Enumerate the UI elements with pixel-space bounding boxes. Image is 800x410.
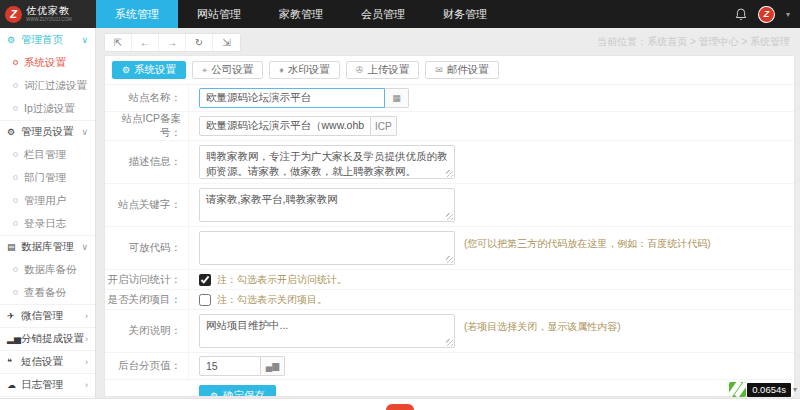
tab-toolbar: ⇱ ← → ↻ ⇲ <box>104 33 241 52</box>
nav-item-members[interactable]: 会员管理 <box>342 0 424 28</box>
brand-logo-icon: Z <box>5 6 22 23</box>
sidebar-item-system-settings[interactable]: 系统设置 <box>0 51 95 74</box>
close-description-note: (若项目选择关闭，显示该属性内容) <box>464 320 621 334</box>
gear-icon: ⚙ <box>7 127 21 137</box>
settings-tabs: ⚙ 系统设置 ⌖ 公司设置 ♦ 水印设置 ✇ 上传设置 ✉ 邮件设置 <box>105 56 794 84</box>
app-logo[interactable]: Z 佐优家教 WWW.ZUYOUJJ.COM <box>0 0 96 28</box>
row-close-description: 关闭说明： 网站项目维护中... (若项目选择关闭，显示该属性内容) <box>105 310 794 353</box>
icp-number-input[interactable] <box>199 116 371 136</box>
close-description-textarea[interactable]: 网站项目维护中... <box>199 314 455 348</box>
gear-icon: ⚙ <box>122 65 130 75</box>
nav-item-website[interactable]: 网站管理 <box>178 0 260 28</box>
tab-watermark-settings[interactable]: ♦ 水印设置 <box>269 61 340 79</box>
chevron-down-icon: ∨ <box>81 35 88 45</box>
close-project-checkbox[interactable] <box>199 294 211 306</box>
bullet-icon <box>13 106 18 111</box>
back-arrow-icon[interactable]: ← <box>132 34 159 51</box>
cloud-icon: ☁ <box>7 380 21 390</box>
main-area: 当前位置：系统首页 > 管理中心 > 系统管理 ⇱ ← → ↻ ⇲ ⚙ 系统设置… <box>97 28 800 410</box>
row-close-project-toggle: 是否关闭项目： 注：勾选表示关闭项目。 <box>105 290 794 310</box>
topbar: Z 佐优家教 WWW.ZUYOUJJ.COM 系统管理 网站管理 家教管理 会员… <box>0 0 800 28</box>
row-site-name: 站点名称： ▦ <box>105 85 794 112</box>
resize-diagonal-icon[interactable]: ⇱ <box>105 34 132 51</box>
sidebar-group-database[interactable]: ▤ 数据库管理 ∨ <box>0 235 95 258</box>
sidebar-group-commission[interactable]: ▂▅ 分销提成设置 › <box>0 327 95 350</box>
breadcrumb: 当前位置：系统首页 > 管理中心 > 系统管理 <box>597 35 790 49</box>
visit-stats-checkbox[interactable] <box>199 274 211 286</box>
tab-company-settings[interactable]: ⌖ 公司设置 <box>192 61 263 79</box>
settings-panel: ⚙ 系统设置 ⌖ 公司设置 ♦ 水印设置 ✇ 上传设置 ✉ 邮件设置 站点名 <box>104 55 795 397</box>
chevron-down-icon: ∨ <box>81 242 88 252</box>
bullet-icon <box>13 290 18 295</box>
chevron-right-icon: › <box>85 357 88 367</box>
nav-item-system[interactable]: 系统管理 <box>96 0 178 28</box>
leaf-icon <box>729 382 746 397</box>
save-button[interactable]: ⚙ 确定保存 <box>199 385 276 397</box>
icp-addon-label: ICP <box>371 116 397 136</box>
sidebar-group-admin-home[interactable]: ⚙ 管理首页 ∨ <box>0 28 95 51</box>
row-description: 描述信息： 聘教家教网，专注于为广大家长及学员提供优质的教师资源。请家教，做家教… <box>105 141 794 184</box>
sidebar-item-login-logs[interactable]: 登录日志 <box>0 212 95 235</box>
row-embed-code: 可放代码： (您可以把第三方的代码放在这里，例如：百度统计代码) <box>105 227 794 270</box>
chevron-down-icon: ∨ <box>81 127 88 137</box>
gear-icon: ⚙ <box>210 391 218 397</box>
app-subtitle: WWW.ZUYOUJJ.COM <box>26 17 72 22</box>
wechat-icon: ✈ <box>7 311 21 321</box>
page-size-input[interactable] <box>199 356 261 376</box>
speech-bubble-icon: ❝ <box>7 357 21 367</box>
row-keywords: 站点关键字： 请家教,家教平台,聘教家教网 <box>105 184 794 227</box>
sidebar: ⚙ 管理首页 ∨ 系统设置 词汇过滤设置 Ip过滤设置 ⚙ 管理员设置 ∨ 栏目… <box>0 28 96 410</box>
user-avatar[interactable]: Z <box>758 6 775 23</box>
embed-code-textarea[interactable] <box>199 231 455 265</box>
bullet-icon <box>13 83 18 88</box>
paperclip-icon: ✇ <box>356 65 364 75</box>
sidebar-item-db-backup[interactable]: 数据库备份 <box>0 258 95 281</box>
close-project-note: 注：勾选表示关闭项目。 <box>217 293 327 307</box>
bar-chart-icon: ▂▅ <box>7 334 21 344</box>
forward-arrow-icon[interactable]: → <box>159 34 186 51</box>
footer-logo-icon <box>386 404 414 410</box>
sidebar-group-sms[interactable]: ❝ 短信设置 › <box>0 350 95 373</box>
grid-icon[interactable]: ▦ <box>385 88 409 108</box>
droplet-icon: ♦ <box>279 65 284 75</box>
bullet-icon <box>13 267 18 272</box>
nav-item-finance[interactable]: 财务管理 <box>424 0 506 28</box>
sidebar-item-column-manage[interactable]: 栏目管理 <box>0 143 95 166</box>
bullet-icon <box>13 152 18 157</box>
expand-icon[interactable]: ⇲ <box>213 34 240 51</box>
top-nav: 系统管理 网站管理 家教管理 会员管理 财务管理 <box>96 0 506 28</box>
nav-item-tutoring[interactable]: 家教管理 <box>260 0 342 28</box>
sidebar-group-logs[interactable]: ☁ 日志管理 › <box>0 373 95 396</box>
trace-time: 0.0654s <box>747 383 791 397</box>
sidebar-group-admin-settings[interactable]: ⚙ 管理员设置 ∨ <box>0 120 95 143</box>
app-title: 佐优家教 <box>26 5 87 16</box>
trace-badge[interactable]: 0.0654s ▾ <box>729 382 797 397</box>
sidebar-group-wechat[interactable]: ✈ 微信管理 › <box>0 304 95 327</box>
bars-icon[interactable]: ▄▆ <box>261 356 285 376</box>
sidebar-item-ip-filter[interactable]: Ip过滤设置 <box>0 97 95 120</box>
tab-upload-settings[interactable]: ✇ 上传设置 <box>346 61 420 79</box>
site-name-input[interactable] <box>199 88 385 108</box>
bullet-icon <box>13 221 18 226</box>
location-pin-icon: ⌖ <box>202 65 207 76</box>
keywords-textarea[interactable]: 请家教,家教平台,聘教家教网 <box>199 188 455 222</box>
sidebar-item-department-manage[interactable]: 部门管理 <box>0 166 95 189</box>
refresh-icon[interactable]: ↻ <box>186 34 213 51</box>
description-textarea[interactable]: 聘教家教网，专注于为广大家长及学员提供优质的教师资源。请家教，做家教，就上聘教家… <box>199 145 455 179</box>
footer-strip <box>0 398 800 410</box>
sidebar-item-word-filter[interactable]: 词汇过滤设置 <box>0 74 95 97</box>
notification-bell-icon[interactable] <box>735 8 747 21</box>
tab-system-settings[interactable]: ⚙ 系统设置 <box>112 61 186 79</box>
sidebar-item-admin-users[interactable]: 管理用户 <box>0 189 95 212</box>
tab-mail-settings[interactable]: ✉ 邮件设置 <box>425 61 499 79</box>
avatar-logo-icon: Z <box>759 7 774 22</box>
bullet-icon <box>13 198 18 203</box>
save-row: ⚙ 确定保存 <box>105 380 794 397</box>
row-icp-number: 站点ICP备案号： ICP <box>105 112 794 141</box>
bullet-icon <box>13 175 18 180</box>
chevron-right-icon: › <box>85 380 88 390</box>
sidebar-item-view-backup[interactable]: 查看备份 <box>0 281 95 304</box>
embed-code-note: (您可以把第三方的代码放在这里，例如：百度统计代码) <box>464 237 711 251</box>
user-menu-caret-icon[interactable]: ▾ <box>786 10 790 19</box>
system-settings-form: 站点名称： ▦ 站点ICP备案号： ICP 描述信息： 聘教家教网，专注于为广大… <box>105 84 794 397</box>
